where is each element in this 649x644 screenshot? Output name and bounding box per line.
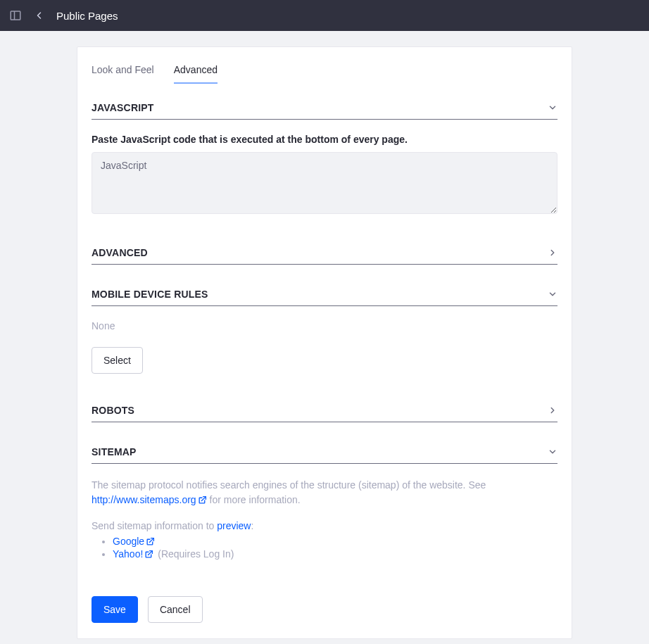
- sitemap-send-suffix: :: [251, 520, 253, 531]
- google-link[interactable]: Google: [113, 536, 155, 547]
- section-javascript-title: JAVASCRIPT: [92, 102, 154, 113]
- select-button[interactable]: Select: [92, 347, 143, 374]
- tab-advanced[interactable]: Advanced: [174, 64, 218, 84]
- list-item: Google: [113, 536, 557, 547]
- tabs: Look and Feel Advanced: [92, 61, 557, 84]
- save-button[interactable]: Save: [92, 596, 138, 623]
- svg-rect-0: [11, 11, 20, 20]
- topbar: Public Pages: [0, 0, 649, 31]
- cancel-button[interactable]: Cancel: [148, 596, 203, 623]
- section-mobile-title: MOBILE DEVICE RULES: [92, 289, 208, 300]
- chevron-right-icon: [548, 405, 557, 415]
- section-advanced-header[interactable]: ADVANCED: [92, 247, 557, 265]
- section-robots-header[interactable]: ROBOTS: [92, 405, 557, 422]
- section-sitemap-body: The sitemap protocol notifies search eng…: [92, 464, 557, 568]
- yahoo-note: (Requires Log In): [158, 548, 234, 560]
- section-mobile-header[interactable]: MOBILE DEVICE RULES: [92, 289, 557, 306]
- external-link-icon: [146, 537, 155, 546]
- chevron-down-icon: [548, 447, 557, 457]
- sitemap-desc-prefix: The sitemap protocol notifies search eng…: [92, 479, 486, 491]
- sitemap-provider-list: Google Yahoo! (Requires Log In): [92, 536, 557, 560]
- sitemap-description: The sitemap protocol notifies search eng…: [92, 478, 557, 507]
- section-robots-title: ROBOTS: [92, 405, 134, 416]
- tab-look-and-feel[interactable]: Look and Feel: [92, 64, 154, 84]
- section-advanced-title: ADVANCED: [92, 247, 148, 258]
- section-sitemap-header[interactable]: SITEMAP: [92, 446, 557, 464]
- page-title: Public Pages: [56, 10, 118, 22]
- section-javascript-header[interactable]: JAVASCRIPT: [92, 102, 557, 120]
- svg-line-2: [201, 497, 206, 501]
- sitemap-desc-suffix: for more information.: [210, 494, 301, 505]
- sitemap-send-line: Send sitemap information to preview:: [92, 520, 557, 531]
- javascript-input[interactable]: [92, 152, 557, 214]
- svg-line-4: [149, 551, 153, 555]
- sitemap-send-prefix: Send sitemap information to: [92, 520, 217, 531]
- sitemap-protocol-link[interactable]: http://www.sitemaps.org: [92, 494, 207, 505]
- external-link-icon: [144, 550, 153, 559]
- section-mobile-body: None Select: [92, 306, 557, 381]
- list-item: Yahoo! (Requires Log In): [113, 548, 557, 560]
- panel-toggle-icon[interactable]: [8, 9, 23, 22]
- chevron-right-icon: [548, 248, 557, 258]
- section-sitemap-title: SITEMAP: [92, 446, 137, 457]
- javascript-field-label: Paste JavaScript code that is executed a…: [92, 134, 557, 145]
- back-icon[interactable]: [32, 11, 46, 20]
- svg-line-3: [150, 538, 154, 543]
- yahoo-link[interactable]: Yahoo!: [113, 548, 153, 560]
- chevron-down-icon: [548, 289, 557, 299]
- settings-card: Look and Feel Advanced JAVASCRIPT Paste …: [77, 46, 572, 639]
- section-javascript-body: Paste JavaScript code that is executed a…: [92, 120, 557, 223]
- preview-link[interactable]: preview: [217, 520, 251, 531]
- chevron-down-icon: [548, 103, 557, 113]
- mobile-none-text: None: [92, 320, 557, 332]
- external-link-icon: [198, 495, 207, 505]
- main-content: Look and Feel Advanced JAVASCRIPT Paste …: [0, 31, 649, 639]
- form-actions: Save Cancel: [92, 596, 557, 623]
